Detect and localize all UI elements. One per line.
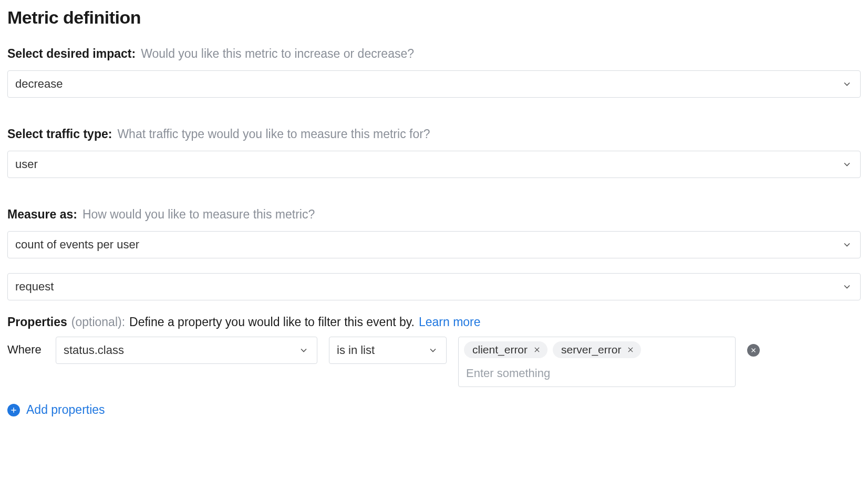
filter-values-input[interactable]: client_error server_error [458, 337, 736, 387]
where-label: Where [7, 337, 44, 357]
measure-select-value: count of events per user [15, 238, 139, 252]
impact-label: Select desired impact: [7, 47, 136, 61]
add-properties-button[interactable]: Add properties [7, 403, 105, 417]
event-select[interactable]: request [7, 273, 861, 300]
chevron-down-icon [841, 159, 853, 170]
measure-label: Measure as: [7, 207, 77, 222]
chevron-down-icon [298, 345, 309, 356]
impact-field: Select desired impact: Would you like th… [7, 47, 861, 98]
filter-property-select[interactable]: status.class [56, 337, 317, 364]
filter-value-tag-label: server_error [561, 343, 621, 356]
traffic-hint: What traffic type would you like to meas… [117, 127, 430, 141]
properties-optional: (optional): [71, 315, 125, 329]
remove-tag-icon[interactable] [626, 346, 635, 354]
traffic-label: Select traffic type: [7, 127, 112, 141]
remove-tag-icon[interactable] [533, 346, 541, 354]
plus-icon [7, 404, 20, 416]
measure-select[interactable]: count of events per user [7, 231, 861, 258]
filter-value-tag-label: client_error [472, 343, 528, 356]
traffic-select-value: user [15, 158, 38, 171]
filter-row: Where status.class is in list client_err… [7, 337, 861, 387]
add-properties-label: Add properties [26, 403, 105, 417]
event-select-value: request [15, 280, 54, 294]
chevron-down-icon [841, 239, 853, 250]
filter-values-text-input[interactable] [464, 363, 730, 381]
chevron-down-icon [841, 78, 853, 90]
impact-hint: Would you like this metric to increase o… [141, 47, 414, 61]
remove-filter-button[interactable] [747, 344, 760, 357]
filter-operator-value: is in list [337, 343, 375, 357]
properties-label: Properties [7, 315, 67, 329]
filter-value-tag: client_error [464, 341, 547, 358]
impact-select[interactable]: decrease [7, 70, 861, 98]
traffic-select[interactable]: user [7, 151, 861, 178]
impact-select-value: decrease [15, 77, 63, 91]
measure-field: Measure as: How would you like to measur… [7, 207, 861, 300]
chevron-down-icon [427, 345, 439, 356]
properties-header: Properties (optional): Define a property… [7, 315, 861, 329]
properties-hint: Define a property you would like to filt… [129, 315, 415, 329]
filter-value-tag: server_error [553, 341, 641, 358]
page-title: Metric definition [7, 7, 861, 28]
chevron-down-icon [841, 281, 853, 293]
learn-more-link[interactable]: Learn more [419, 315, 481, 329]
filter-property-value: status.class [64, 343, 124, 357]
traffic-field: Select traffic type: What traffic type w… [7, 127, 861, 178]
measure-hint: How would you like to measure this metri… [82, 207, 315, 222]
filter-operator-select[interactable]: is in list [329, 337, 447, 364]
